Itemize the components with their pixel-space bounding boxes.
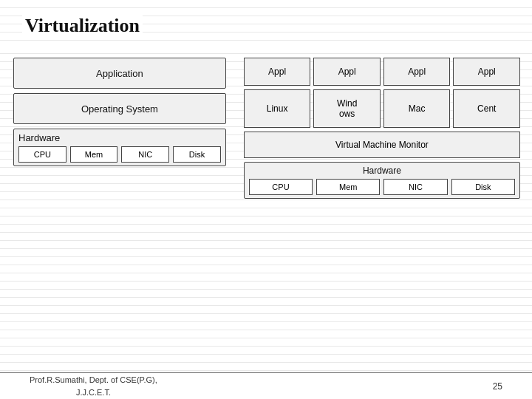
right-hw-components: CPU Mem NIC Disk xyxy=(249,179,515,195)
right-os-windows: Windows xyxy=(313,89,381,128)
right-hw-label: Hardware xyxy=(249,166,515,176)
right-app-1: Appl xyxy=(244,58,311,86)
right-os-linux: Linux xyxy=(244,89,311,128)
right-mem-chip: Mem xyxy=(316,179,380,195)
left-hw-label: Hardware xyxy=(18,132,221,143)
right-diagram: Appl Appl Appl Appl Linux Windows Mac Ce… xyxy=(239,52,525,372)
right-os-cent: Cent xyxy=(453,89,520,128)
footer-page-number: 25 xyxy=(493,381,502,392)
apps-row: Appl Appl Appl Appl xyxy=(244,58,520,86)
right-os-mac: Mac xyxy=(383,89,451,128)
left-os-box: Operating System xyxy=(13,93,226,124)
left-hw-components: CPU Mem NIC Disk xyxy=(18,146,221,163)
left-application-box: Application xyxy=(13,58,226,89)
page: Virtualization Application Operating Sys… xyxy=(0,0,532,399)
title-area: Virtualization xyxy=(0,0,532,46)
left-nic-chip: NIC xyxy=(121,146,169,163)
right-app-3: Appl xyxy=(383,58,451,86)
left-hardware-section: Hardware CPU Mem NIC Disk xyxy=(13,129,226,166)
right-app-2: Appl xyxy=(313,58,381,86)
left-diagram: Application Operating System Hardware CP… xyxy=(7,52,232,372)
right-cpu-chip: CPU xyxy=(249,179,313,195)
footer: Prof.R.Sumathi, Dept. of CSE(P.G),J.J.C.… xyxy=(0,372,532,399)
footer-attribution: Prof.R.Sumathi, Dept. of CSE(P.G),J.J.C.… xyxy=(30,374,157,398)
left-cpu-chip: CPU xyxy=(18,146,66,163)
diagrams-row: Application Operating System Hardware CP… xyxy=(0,46,532,372)
right-hardware-section: Hardware CPU Mem NIC Disk xyxy=(244,162,520,199)
vmm-box: Virtual Machine Monitor xyxy=(244,132,520,158)
os-row: Linux Windows Mac Cent xyxy=(244,89,520,128)
left-disk-chip: Disk xyxy=(173,146,221,163)
page-title: Virtualization xyxy=(22,13,143,38)
left-mem-chip: Mem xyxy=(70,146,118,163)
right-nic-chip: NIC xyxy=(383,179,447,195)
right-disk-chip: Disk xyxy=(451,179,515,195)
right-app-4: Appl xyxy=(453,58,520,86)
